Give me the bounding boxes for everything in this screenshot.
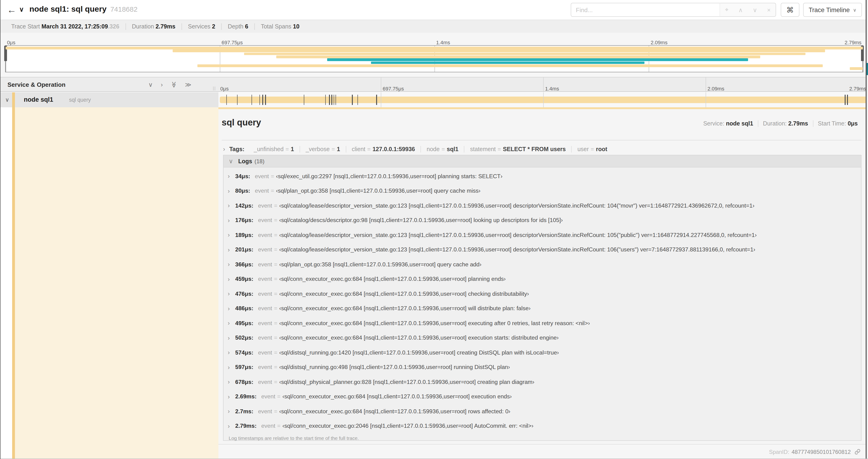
log-field-value: ‹sql/catalog/lease/descriptor_version_st… — [279, 202, 754, 209]
log-field-key: event — [258, 408, 272, 415]
column-resizer[interactable]: || — [213, 86, 216, 91]
minimap-span — [327, 59, 748, 61]
expand-all-icon[interactable]: ≫ — [170, 81, 177, 88]
log-timestamp: 476μs: — [235, 291, 253, 297]
log-field-value: ‹sql/conn_executor_exec.go:684 [nsql1,cl… — [279, 291, 529, 297]
log-entry[interactable]: ›366μs:event=‹sql/plan_opt.go:358 [nsql1… — [223, 257, 861, 272]
ruler-tick-label: 1.4ms — [543, 77, 559, 91]
detail-operation-title: sql query — [222, 118, 261, 128]
keyboard-shortcuts-button[interactable]: ⌘ — [781, 3, 799, 17]
tag-item: statement=SELECT * FROM users — [464, 146, 571, 152]
span-service-name: node sql1 — [24, 96, 53, 103]
chevron-right-icon: › — [228, 379, 234, 386]
minimap-ruler: 0μs697.75μs1.4ms2.09ms2.79ms — [5, 34, 863, 45]
chevron-right-icon: › — [228, 202, 234, 209]
title-chevron-down-icon[interactable]: ∨ — [19, 6, 24, 13]
timeline-gridline — [381, 92, 381, 107]
log-entry[interactable]: ›2.69ms:event=‹sql/conn_executor_exec.go… — [223, 389, 861, 404]
log-entry[interactable]: ›189μs:event=‹sql/catalog/lease/descript… — [223, 228, 861, 242]
log-timestamp: 574μs: — [235, 349, 253, 356]
ruler-tick-label: 2.79ms — [845, 34, 862, 45]
back-arrow-icon[interactable]: ← — [5, 3, 18, 16]
log-entry[interactable]: ›2.7ms:event=‹sql/conn_executor_exec.go:… — [223, 404, 861, 419]
trace-summary-item: Depth 6 — [221, 23, 254, 30]
find-group: ⌖∧∨× — [571, 3, 776, 17]
detail-meta-item: Duration: 2.79ms — [758, 120, 813, 127]
log-field-key: event — [258, 335, 272, 341]
search-controls: ⌖∧∨× — [720, 3, 776, 17]
trace-title: node sql1: sql query — [29, 5, 106, 13]
collapse-all-icon[interactable]: ≫ — [185, 81, 191, 88]
expand-one-icon[interactable]: ∨ — [148, 81, 153, 88]
log-entry[interactable]: ›201μs:event=‹sql/catalog/lease/descript… — [223, 242, 861, 257]
collapse-controls: ∨›≫≫ — [148, 77, 191, 91]
log-entry[interactable]: ›142μs:event=‹sql/catalog/lease/descript… — [223, 198, 861, 213]
chevron-down-icon: ∨ — [853, 7, 857, 12]
log-marker-tick — [237, 95, 238, 105]
log-field-value: ‹sql/plan_opt.go:358 [nsql1,client=127.0… — [279, 261, 482, 268]
log-entry[interactable]: ›486μs:event=‹sql/conn_executor_exec.go:… — [223, 301, 861, 316]
span-row-timeline-cell — [218, 92, 868, 107]
ruler-tick-label: 2.09ms — [706, 77, 724, 91]
log-field-key: event — [258, 202, 272, 209]
detail-left-fill — [15, 107, 218, 459]
minimap-canvas[interactable] — [5, 45, 863, 72]
minimap-span — [244, 53, 805, 55]
timeline-ruler: 0μs697.75μs1.4ms2.09ms2.79ms — [218, 77, 868, 91]
minimap-span — [850, 67, 863, 70]
search-input[interactable] — [571, 3, 720, 17]
prev-match-icon[interactable]: ∧ — [738, 6, 743, 13]
span-detail-row: sql query Service: node sql1Duration: 2.… — [0, 107, 868, 459]
view-selector-button[interactable]: Trace Timeline ∨ — [803, 3, 862, 17]
log-field-key: event — [258, 305, 272, 312]
tags-accordion[interactable]: › Tags: _unfinished=1_verbose=1client=12… — [223, 143, 613, 155]
log-entry[interactable]: ›495μs:event=‹sql/conn_executor_exec.go:… — [223, 316, 861, 330]
log-field-value: ‹sql/catalog/descs/descriptor.go:98 [nsq… — [279, 217, 563, 224]
log-field-value: ‹sql/conn_executor_exec.go:684 [nsql1,cl… — [279, 305, 531, 312]
detail-meta-item: Service: node sql1 — [699, 120, 758, 127]
chevron-right-icon: › — [223, 145, 225, 153]
link-icon[interactable] — [855, 449, 861, 455]
clear-search-icon[interactable]: × — [767, 6, 771, 13]
locate-match-icon[interactable]: ⌖ — [725, 6, 728, 13]
log-entry[interactable]: ›176μs:event=‹sql/catalog/descs/descript… — [223, 213, 861, 228]
chevron-right-icon: › — [228, 290, 234, 297]
chevron-right-icon: › — [228, 423, 234, 430]
log-entry[interactable]: ›459μs:event=‹sql/conn_executor_exec.go:… — [223, 272, 861, 286]
span-id-row: SpanID: 4877749850101760812 — [218, 444, 866, 459]
minimap-span — [6, 47, 863, 49]
left-scrubber-handle[interactable] — [6, 46, 6, 72]
chevron-right-icon: › — [228, 393, 234, 400]
trace-summary-item: Services 2 — [182, 23, 221, 30]
ruler-tick-label: 697.75μs — [381, 77, 404, 91]
log-entry[interactable]: ›678μs:event=‹sql/distsql_physical_plann… — [223, 374, 861, 389]
log-entry[interactable]: ›502μs:event=‹sql/conn_executor_exec.go:… — [223, 330, 861, 345]
logs-label: Logs — [238, 158, 252, 164]
log-marker-tick — [332, 95, 332, 105]
tag-item: _unfinished=1 — [248, 146, 300, 152]
timeline-gridline — [706, 92, 706, 107]
span-collapse-icon[interactable]: ∨ — [5, 97, 9, 103]
chevron-right-icon: › — [228, 232, 234, 239]
log-field-value: ‹sql/distsql_physical_planner.go:828 [ns… — [279, 379, 534, 385]
chevron-right-icon: › — [228, 305, 234, 312]
log-marker-tick — [334, 95, 334, 105]
log-entry[interactable]: ›476μs:event=‹sql/conn_executor_exec.go:… — [223, 286, 861, 301]
log-field-value: ‹sql/plan_opt.go:358 [nsql1,client=127.0… — [276, 188, 480, 194]
log-entry[interactable]: ›80μs:event=‹sql/plan_opt.go:358 [nsql1,… — [223, 184, 861, 198]
log-entry[interactable]: ›597μs:event=‹sql/distsql_running.go:498… — [223, 360, 861, 374]
log-entry[interactable]: ›34μs:event=‹sql/exec_util.go:2297 [nsql… — [223, 169, 861, 184]
log-field-key: event — [258, 232, 272, 238]
log-entry[interactable]: ›574μs:event=‹sql/distsql_running.go:142… — [223, 345, 861, 360]
span-row-name-cell[interactable]: ∨ node sql1 sql query — [0, 92, 218, 107]
ruler-tick-label: 0μs — [5, 34, 16, 45]
logs-accordion-header[interactable]: ∨ Logs (18) — [223, 155, 861, 167]
log-field-key: event — [258, 349, 272, 356]
log-timestamp: 2.7ms: — [235, 408, 253, 415]
next-match-icon[interactable]: ∨ — [753, 6, 757, 13]
span-color-bar — [12, 92, 15, 107]
log-marker-tick — [262, 95, 263, 105]
detail-panel: sql query Service: node sql1Duration: 2.… — [218, 107, 866, 459]
log-entry[interactable]: ›2.79ms:event=‹sql/conn_executor_exec.go… — [223, 419, 861, 433]
collapse-one-icon[interactable]: › — [161, 81, 163, 88]
